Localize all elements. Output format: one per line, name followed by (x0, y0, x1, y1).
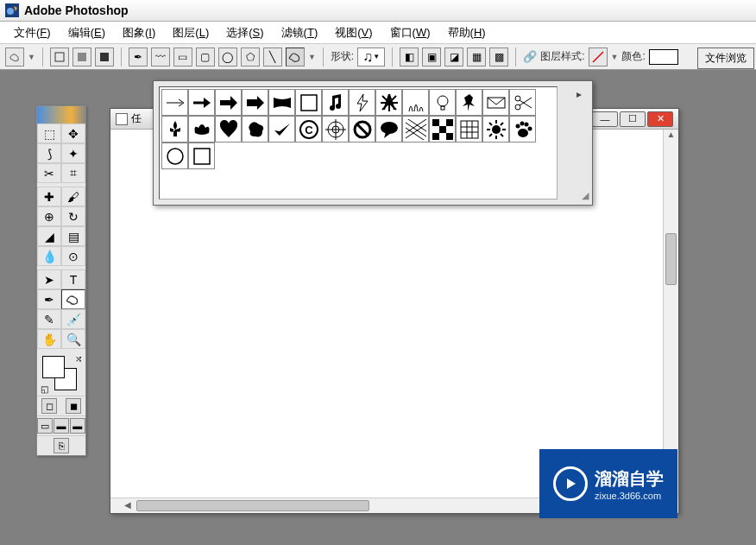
pen-tool-icon[interactable]: ✒ (37, 289, 61, 309)
shape-starburst[interactable] (375, 89, 402, 116)
shape-copyright[interactable]: C (295, 116, 322, 143)
shape-options-arrow-icon[interactable]: ▼ (308, 53, 316, 61)
menu-file[interactable]: 文件(F) (5, 22, 60, 43)
shape-checker[interactable] (429, 116, 456, 143)
shape-speech[interactable] (375, 116, 402, 143)
eraser-tool-icon[interactable]: ◢ (37, 226, 61, 246)
swap-colors-icon[interactable]: ⤭ (75, 354, 82, 364)
wand-tool-icon[interactable]: ✦ (61, 143, 85, 163)
stamp-tool-icon[interactable]: ⊕ (37, 206, 61, 226)
shape-music-note[interactable] (322, 89, 349, 116)
shape-arrow2[interactable] (188, 89, 215, 116)
eyedropper-icon[interactable]: 💉 (61, 309, 85, 329)
screen-standard-icon[interactable]: ▭ (37, 418, 53, 434)
gradient-tool-icon[interactable]: ▤ (61, 226, 85, 246)
paths-icon[interactable] (72, 48, 91, 67)
zoom-tool-icon[interactable]: 🔍 (61, 329, 85, 349)
minimize-button[interactable]: — (592, 111, 618, 127)
layer-style-dropdown[interactable] (589, 48, 608, 67)
blur-tool-icon[interactable]: 💧 (37, 246, 61, 266)
freeform-pen-icon[interactable]: 〰 (151, 48, 170, 67)
path-select-icon[interactable]: ➤ (37, 269, 61, 289)
shape-arrow3[interactable] (215, 89, 242, 116)
menu-view[interactable]: 视图(V) (326, 22, 381, 43)
link-icon[interactable]: 🔗 (523, 50, 537, 63)
history-brush-icon[interactable]: ↻ (61, 206, 85, 226)
foreground-color[interactable] (42, 356, 65, 378)
vertical-scrollbar[interactable] (663, 130, 678, 497)
shape-grass[interactable] (402, 89, 429, 116)
shape-envelope[interactable] (482, 89, 509, 116)
shape-frame[interactable] (295, 89, 322, 116)
menu-window[interactable]: 窗口(W) (381, 22, 439, 43)
slice-tool-icon[interactable]: ⌗ (61, 163, 85, 183)
shape-target[interactable] (322, 116, 349, 143)
toolbox-header[interactable] (37, 106, 85, 124)
shape-grid[interactable] (456, 116, 482, 143)
standard-mode-icon[interactable]: ◻ (41, 398, 57, 414)
custom-shape-icon[interactable] (286, 48, 305, 67)
shape-checkmark[interactable] (268, 116, 295, 143)
notes-tool-icon[interactable]: ✎ (37, 309, 61, 329)
shape-crown[interactable] (188, 116, 215, 143)
screen-full-menu-icon[interactable]: ▬ (54, 418, 69, 434)
screen-full-icon[interactable]: ▬ (70, 418, 85, 434)
new-shape-layer-icon[interactable]: ◧ (400, 48, 419, 67)
scroll-thumb[interactable] (665, 233, 677, 285)
lasso-tool-icon[interactable]: ⟆ (37, 143, 61, 163)
imageready-icon[interactable]: ⎘ (54, 438, 69, 453)
dodge-tool-icon[interactable]: ⊙ (61, 246, 85, 266)
scroll-thumb[interactable] (136, 500, 369, 511)
shape-scissors[interactable] (509, 89, 536, 116)
exclude-shape-icon[interactable]: ▩ (489, 48, 508, 67)
shape-arrow1[interactable] (161, 89, 188, 116)
maximize-button[interactable]: ☐ (620, 111, 646, 127)
menu-filter[interactable]: 滤镜(T) (273, 22, 327, 43)
healing-tool-icon[interactable]: ✚ (37, 187, 61, 206)
menu-select[interactable]: 选择(S) (217, 22, 272, 43)
shape-bulb[interactable] (429, 89, 456, 116)
subtract-shape-icon[interactable]: ◪ (444, 48, 463, 67)
shape-blob[interactable] (242, 116, 268, 143)
shape-pawprint[interactable] (509, 116, 536, 143)
color-swatch[interactable] (649, 49, 678, 65)
shape-dropdown[interactable]: ♫ ▼ (357, 48, 385, 67)
menu-edit[interactable]: 编辑(E) (60, 22, 114, 43)
fill-pixels-icon[interactable] (95, 48, 114, 67)
shape-layers-icon[interactable] (50, 48, 69, 67)
default-colors-icon[interactable]: ◱ (41, 384, 48, 394)
rounded-rect-icon[interactable]: ▢ (196, 48, 215, 67)
shape-pattern[interactable] (402, 116, 429, 143)
marquee-tool-icon[interactable]: ⬚ (37, 124, 61, 143)
popup-menu-icon[interactable]: ▸ (576, 88, 582, 100)
intersect-shape-icon[interactable]: ▦ (467, 48, 486, 67)
menu-layer[interactable]: 图层(L) (164, 22, 217, 43)
quickmask-mode-icon[interactable]: ◼ (66, 398, 81, 414)
shape-lightning[interactable] (349, 89, 375, 116)
dropdown-arrow-icon[interactable]: ▼ (28, 53, 35, 61)
shape-banner[interactable] (268, 89, 295, 116)
ellipse-shape-icon[interactable]: ◯ (218, 48, 237, 67)
add-shape-icon[interactable]: ▣ (422, 48, 441, 67)
pen-icon[interactable]: ✒ (129, 48, 148, 67)
type-tool-icon[interactable]: T (61, 269, 85, 289)
shape-heart[interactable] (215, 116, 242, 143)
polygon-shape-icon[interactable]: ⬠ (241, 48, 260, 67)
shape-no-entry[interactable] (349, 116, 375, 143)
shape-pushpin[interactable] (456, 89, 482, 116)
menu-help[interactable]: 帮助(H) (439, 22, 495, 43)
style-arrow-icon[interactable]: ▼ (611, 53, 619, 61)
shape-circle-outline[interactable] (161, 143, 188, 169)
menu-image[interactable]: 图象(I) (114, 22, 164, 43)
line-shape-icon[interactable]: ╲ (263, 48, 282, 67)
shape-arrow-block[interactable] (242, 89, 268, 116)
tool-preset-icon[interactable] (5, 48, 24, 67)
shape-fleur[interactable] (161, 116, 188, 143)
shape-tool-icon[interactable] (61, 289, 85, 309)
brush-tool-icon[interactable]: 🖌 (61, 187, 85, 206)
file-browse-button[interactable]: 文件浏览 (697, 48, 754, 69)
resize-handle-icon[interactable]: ◢ (582, 190, 589, 201)
shape-square-outline[interactable] (188, 143, 215, 169)
crop-tool-icon[interactable]: ✂ (37, 163, 61, 183)
move-tool-icon[interactable]: ✥ (61, 124, 85, 143)
